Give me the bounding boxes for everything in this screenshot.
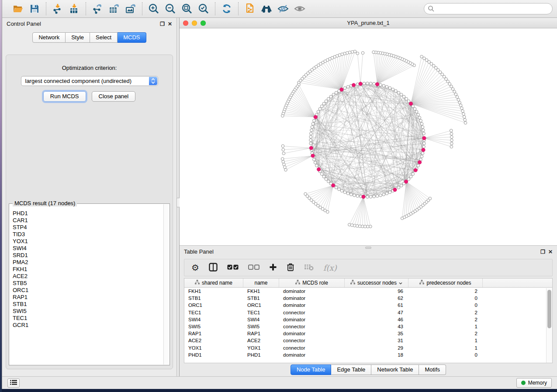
- cell-predecessor-nodes: 2: [408, 289, 483, 294]
- mcds-result-item[interactable]: STB1: [13, 301, 163, 308]
- table-row[interactable]: ACE2ACE2connector311: [184, 337, 552, 344]
- table-panel-close-button[interactable]: ✕: [548, 249, 553, 254]
- task-history-button[interactable]: [7, 378, 20, 388]
- tab-node-table[interactable]: Node Table: [291, 364, 332, 375]
- cell-mcds-role: connector: [279, 338, 345, 343]
- zoom-in-button[interactable]: [146, 2, 161, 16]
- attribute-tree-icon: [295, 280, 300, 286]
- cell-successor-nodes: 61: [345, 303, 408, 308]
- cell-shared-name: SWI5: [184, 324, 243, 329]
- export-group: [86, 2, 142, 16]
- table-row[interactable]: PHD1PHD1dominator180: [184, 351, 552, 358]
- export-table-button[interactable]: [107, 2, 121, 16]
- mcds-result-item[interactable]: PMA2: [13, 259, 163, 266]
- window-close-traffic-light[interactable]: [183, 21, 188, 26]
- window-minimize-traffic-light[interactable]: [192, 21, 197, 26]
- run-mcds-button[interactable]: Run MCDS: [43, 91, 86, 102]
- mcds-result-item[interactable]: PHD1: [13, 210, 163, 217]
- mcds-result-item[interactable]: YOX1: [13, 238, 163, 245]
- table-body: FKH1FKH1dominator962STB1STB1dominator620…: [184, 288, 552, 363]
- zoom-in-icon: [148, 3, 159, 14]
- column-header-successor-nodes[interactable]: successor nodes: [345, 279, 408, 287]
- cell-shared-name: ORC1: [184, 303, 243, 308]
- mcds-result-scrollbar[interactable]: [163, 204, 169, 364]
- zoom-out-button[interactable]: [163, 2, 178, 16]
- mcds-result-item[interactable]: GCR1: [13, 322, 163, 329]
- column-header-name[interactable]: name: [243, 279, 279, 287]
- column-header-mcds-role[interactable]: MCDS role: [279, 279, 345, 287]
- tab-select[interactable]: Select: [90, 32, 118, 43]
- table-row[interactable]: RAP1RAP1dominator352: [184, 330, 552, 337]
- export-image-button[interactable]: [123, 2, 138, 16]
- optimization-criterion-select[interactable]: largest connected component (undirected): [21, 76, 158, 86]
- table-row[interactable]: YOX1YOX1connector291: [184, 344, 552, 351]
- table-panel-grip[interactable]: [365, 247, 371, 249]
- table-options-button[interactable]: ⚙: [191, 261, 199, 274]
- table-row[interactable]: ORC1ORC1dominator610: [184, 302, 552, 309]
- function-builder-button: f(x): [323, 261, 337, 274]
- select-all-button[interactable]: [227, 261, 239, 274]
- show-preview-button[interactable]: [292, 2, 307, 16]
- cell-name: PHD1: [243, 352, 279, 358]
- search-input[interactable]: [424, 3, 553, 14]
- mcds-result-item[interactable]: STB5: [13, 280, 163, 287]
- cell-successor-nodes: 18: [345, 352, 408, 358]
- mcds-result-item[interactable]: SRD1: [13, 252, 163, 259]
- new-network-from-selection-button[interactable]: [242, 2, 257, 16]
- memory-button[interactable]: Memory: [516, 378, 552, 388]
- network-canvas[interactable]: [180, 28, 557, 245]
- mcds-result-item[interactable]: STP4: [13, 224, 163, 231]
- first-neighbors-button[interactable]: [259, 2, 274, 16]
- window-zoom-traffic-light[interactable]: [201, 21, 206, 26]
- import-table-icon: [69, 3, 80, 14]
- tab-motifs[interactable]: Motifs: [419, 364, 446, 375]
- control-panel-header: Control Panel ❐ ✕: [2, 18, 176, 30]
- open-file-button[interactable]: [10, 2, 25, 16]
- hide-style-button[interactable]: [276, 2, 291, 16]
- mcds-result-item[interactable]: FKH1: [13, 266, 163, 273]
- table-panel-float-button[interactable]: ❐: [540, 249, 545, 254]
- table-row[interactable]: FKH1FKH1dominator962: [184, 288, 552, 295]
- deselect-all-button[interactable]: [248, 261, 259, 274]
- column-header-predecessor-nodes[interactable]: predecessor nodes: [408, 279, 483, 287]
- export-network-button[interactable]: [90, 2, 105, 16]
- mcds-result-item[interactable]: ORC1: [13, 287, 163, 294]
- table-panel-title: Table Panel: [184, 248, 214, 255]
- import-network-button[interactable]: [50, 2, 65, 16]
- mcds-result-item[interactable]: SWI5: [13, 308, 163, 315]
- import-table-button[interactable]: [67, 2, 82, 16]
- refresh-view-button[interactable]: [219, 2, 234, 16]
- close-panel-button[interactable]: Close panel: [92, 91, 136, 102]
- show-column-panel-button[interactable]: [209, 261, 218, 274]
- tab-network[interactable]: Network: [32, 32, 66, 43]
- table-row[interactable]: STB1STB1dominator620: [184, 295, 552, 302]
- mcds-result-item[interactable]: TID3: [13, 231, 163, 238]
- tab-network-table[interactable]: Network Table: [371, 364, 419, 375]
- tab-edge-table[interactable]: Edge Table: [331, 364, 371, 375]
- table-row[interactable]: TEC1TEC1connector472: [184, 309, 552, 316]
- add-column-button[interactable]: [269, 261, 277, 274]
- control-panel-close-button[interactable]: ✕: [168, 21, 172, 27]
- column-header-shared-name[interactable]: shared name: [184, 279, 243, 287]
- select-stepper-icon: [149, 77, 157, 85]
- delete-columns-button[interactable]: [287, 261, 294, 274]
- mcds-result-item[interactable]: ACE2: [13, 273, 163, 280]
- mcds-result-item[interactable]: RAP1: [13, 294, 163, 301]
- zoom-selected-button[interactable]: [196, 2, 211, 16]
- table-scrollbar-thumb[interactable]: [547, 290, 551, 328]
- mcds-result-item[interactable]: TEC1: [13, 315, 163, 322]
- mcds-result-item[interactable]: CAR1: [13, 217, 163, 224]
- mcds-result-item[interactable]: SWI4: [13, 245, 163, 252]
- zoom-fit-button[interactable]: [180, 2, 194, 16]
- vertical-splitter[interactable]: [176, 18, 180, 376]
- table-row[interactable]: SWI5SWI5connector431: [184, 323, 552, 330]
- table-row[interactable]: SWI4SWI4dominator462: [184, 316, 552, 323]
- table-scrollbar[interactable]: [546, 288, 552, 363]
- tab-mcds[interactable]: MCDS: [118, 32, 146, 43]
- save-session-button[interactable]: [27, 2, 42, 16]
- control-panel-float-button[interactable]: ❐: [160, 21, 165, 27]
- network-window-title: YPA_prune.txt_1: [180, 20, 557, 26]
- tab-style[interactable]: Style: [66, 32, 90, 43]
- import-network-icon: [52, 3, 63, 14]
- control-panel-title: Control Panel: [7, 21, 41, 27]
